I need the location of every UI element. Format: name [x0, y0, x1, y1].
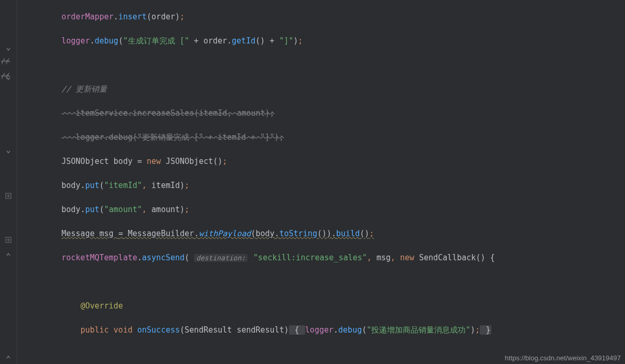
comment: // 更新销量	[61, 84, 107, 94]
disabled-code: itemService.increaseSales(itemId, amount…	[61, 108, 274, 118]
code-token: orderMapper	[61, 12, 113, 21]
fold-collapse-icon[interactable]	[0, 350, 17, 364]
code-editor[interactable]: // // orderMapper.insert(order); logger.…	[0, 0, 625, 364]
fold-expand-icon[interactable]	[0, 189, 17, 203]
watermark: https://blog.csdn.net/weixin_43919497	[505, 354, 621, 362]
fold-expand-icon[interactable]	[0, 233, 17, 247]
annotation: @Override	[80, 301, 123, 311]
gutter-annotation: //	[1, 71, 10, 80]
code-area[interactable]: orderMapper.insert(order); logger.debug(…	[17, 0, 625, 364]
disabled-code: logger.debug("更新销量完成 [" + itemId + "]");	[61, 133, 284, 142]
fold-marker-icon[interactable]	[0, 42, 17, 57]
fold-collapse-icon[interactable]	[0, 247, 17, 262]
gutter-annotation: //	[1, 57, 10, 65]
param-hint: destination:	[194, 254, 247, 262]
gutter: // //	[0, 0, 17, 364]
fold-marker-icon[interactable]	[0, 145, 17, 159]
